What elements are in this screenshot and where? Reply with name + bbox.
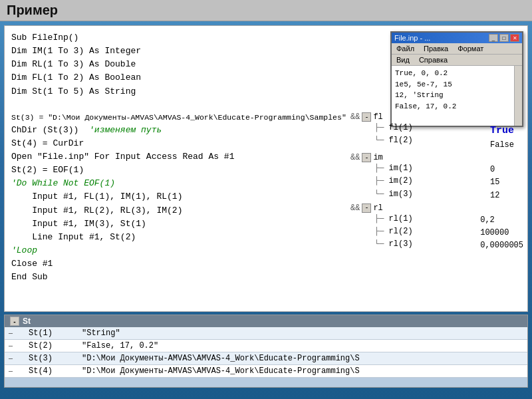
- st3-value: "D:\Мои Документы-AMVAS\AMVAS-4_Work\Edu…: [78, 352, 527, 365]
- st2-value: "False, 17, 0.2": [78, 340, 527, 352]
- code-line-14: Input #1, RL(2), RL(3), IM(2): [11, 204, 304, 217]
- code-line-13: Input #1, FL(1), IM(1), RL(1): [11, 190, 304, 203]
- table-row: — St(2) "False, 17, 0.2": [5, 340, 527, 352]
- code-line-6: [11, 98, 304, 112]
- code-line-16: Line Input #1, St(2): [11, 231, 304, 244]
- fl2-value-false: False: [490, 139, 514, 152]
- st4-value: "D:\Мои Документы-AMVAS\AMVAS-4_Work\Edu…: [78, 365, 527, 378]
- im3-row: └─ im(3): [374, 188, 413, 201]
- st3-name: St(3): [25, 352, 78, 365]
- file-titlebar: File.inp - ... _ □ ✕: [392, 33, 522, 43]
- table-row: — St(4) "D:\Мои Документы-AMVAS\AMVAS-4_…: [5, 365, 527, 378]
- table-row: — St(3) "D:\Мои Документы-AMVAS\AMVAS-4_…: [5, 352, 527, 365]
- menu-edit[interactable]: Правка: [422, 44, 450, 53]
- close-button[interactable]: ✕: [510, 34, 519, 42]
- code-line-18: Close #1: [11, 257, 304, 271]
- st-panel-title: St: [23, 317, 31, 326]
- menu-format[interactable]: Формат: [456, 44, 485, 53]
- rl-name: rl: [373, 203, 382, 213]
- im3-value: 12: [490, 190, 499, 202]
- fl2-row: └─ fl(2): [374, 134, 413, 147]
- file-line-3: 12, 'String: [395, 90, 519, 101]
- rl2-value: 100000: [480, 227, 523, 239]
- main-area: Sub FileInp() Dim IM(1 To 3) As Integer …: [0, 21, 532, 390]
- st-row-icon: —: [5, 327, 25, 340]
- st-table: — St(1) "String" — St(2) "False, 17, 0.2…: [5, 327, 527, 378]
- im2-value: 15: [490, 176, 499, 189]
- file-line-2: 1e5, 5e-7, 15: [395, 79, 519, 90]
- page-title: Пример: [0, 0, 532, 21]
- minimize-button[interactable]: _: [489, 34, 498, 42]
- code-line-11: St(2) = EOF(1): [11, 164, 304, 177]
- code-line-3: Dim RL(1 To 3) As Double: [11, 58, 304, 71]
- menu-view[interactable]: Вид: [394, 55, 412, 65]
- rl-group-header: && - rl ├─ rl(1) ├─ rl(2): [350, 203, 473, 251]
- titlebar-buttons: _ □ ✕: [489, 34, 519, 42]
- st-row-icon: —: [5, 365, 25, 378]
- fl-group-header: && - fl ├─ fl(1) └─ fl(2): [350, 112, 483, 147]
- file-line-4: False, 17, 0.2: [395, 101, 519, 112]
- code-line-17: 'Loop: [11, 244, 304, 257]
- code-text: Sub FileInp() Dim IM(1 To 3) As Integer …: [5, 26, 311, 289]
- menu-file[interactable]: Файл: [394, 44, 416, 53]
- fl1-row: ├─ fl(1): [374, 122, 413, 134]
- im1-value: 0: [490, 164, 499, 176]
- st1-value: "String": [78, 327, 527, 340]
- st-row-icon: —: [5, 352, 25, 365]
- rl2-row: ├─ rl(2): [374, 225, 413, 238]
- st-row-icon: —: [5, 340, 25, 352]
- file-menubar2: Вид Справка: [392, 55, 522, 66]
- st2-name: St(2): [25, 340, 78, 352]
- code-line-10: Open "File.inp" For Input Access Read As…: [11, 150, 304, 164]
- im-group-header: && - im ├─ im(1) ├─ im(2): [350, 153, 483, 201]
- rl-expand[interactable]: -: [362, 203, 371, 213]
- menu-help[interactable]: Справка: [417, 55, 450, 65]
- file-title: File.inp - ...: [394, 34, 430, 42]
- code-line-19: End Sub: [11, 271, 304, 284]
- maximize-button[interactable]: □: [499, 34, 509, 42]
- file-line-1: True, 0, 0.2: [395, 68, 519, 79]
- rl3-value: 0,0000005: [480, 239, 523, 252]
- code-line-15: Input #1, IM(3), St(1): [11, 217, 304, 231]
- rl1-value: 0,2: [480, 214, 523, 227]
- st4-name: St(4): [25, 365, 78, 378]
- fl-name: fl: [373, 112, 382, 122]
- code-panel: Sub FileInp() Dim IM(1 To 3) As Integer …: [4, 25, 528, 312]
- im-name: im: [373, 153, 382, 162]
- im2-row: ├─ im(2): [374, 175, 413, 188]
- st-panel: - St — St(1) "String" — St(2) "False, 17…: [4, 315, 528, 388]
- rl1-row: ├─ rl(1): [374, 213, 413, 225]
- st-panel-header: - St: [5, 315, 527, 327]
- code-line-9: St(4) = CurDir: [11, 137, 304, 150]
- st-expand-button[interactable]: -: [10, 317, 19, 326]
- im-expand[interactable]: -: [362, 153, 371, 162]
- st1-name: St(1): [25, 327, 78, 340]
- code-line-8: ChDir (St(3)) 'изменяем путь: [11, 124, 304, 137]
- code-line-12: 'Do While Not EOF(1): [11, 177, 304, 190]
- code-line-5: Dim St(1 To 5) As String: [11, 85, 304, 98]
- code-line-2: Dim IM(1 To 3) As Integer: [11, 45, 304, 58]
- rl3-row: └─ rl(3): [374, 238, 413, 251]
- code-line-4: Dim FL(1 To 2) As Boolean: [11, 71, 304, 84]
- code-line-7: St(3) = "D:\Мои Документы-AMVAS\AMVAS-4_…: [11, 112, 304, 124]
- fl-expand[interactable]: -: [362, 112, 371, 122]
- file-menubar: Файл Правка Формат: [392, 43, 522, 55]
- im1-row: ├─ im(1): [374, 162, 413, 175]
- variables-panel: && - fl ├─ fl(1) └─ fl(2): [350, 112, 523, 253]
- table-row: — St(1) "String": [5, 327, 527, 340]
- fl1-value-true: True: [490, 123, 514, 139]
- code-line-1: Sub FileInp(): [11, 31, 304, 45]
